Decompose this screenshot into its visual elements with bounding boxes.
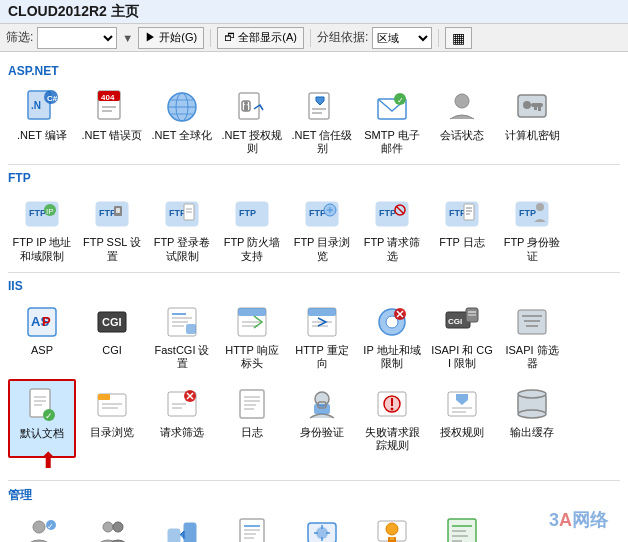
- icon-ftp-ssl: FTP: [92, 194, 132, 234]
- icon-ftp-req: FTP: [372, 194, 412, 234]
- icon-isapi-cgi: CGI: [442, 302, 482, 342]
- label-ftp-ssl: FTP SSL 设置: [81, 236, 143, 262]
- icon-req-filter: [162, 384, 202, 424]
- item-ftp-ip[interactable]: FTPIP FTP IP 地址和域限制: [8, 189, 76, 267]
- item-cgi[interactable]: CGI CGI: [78, 297, 146, 375]
- header-title: CLOUD2012R2 主页: [8, 3, 139, 21]
- label-smtp: SMTP 电子邮件: [361, 129, 423, 155]
- svg-rect-74: [186, 324, 196, 334]
- separator2: [310, 29, 311, 47]
- item-iis-mgr-rights[interactable]: ✓ IIS 管理器权限: [8, 508, 76, 543]
- item-ftp-ssl[interactable]: FTP FTP SSL 设置: [78, 189, 146, 267]
- label-session: 会话状态: [440, 129, 484, 142]
- item-req-filter[interactable]: 请求筛选: [148, 379, 216, 457]
- item-iis-mgr-users[interactable]: IIS 管理器用户: [78, 508, 146, 543]
- item-auth[interactable]: 身份验证: [288, 379, 356, 457]
- ftp-divider: [8, 164, 620, 165]
- icon-fastcgi: [162, 302, 202, 342]
- separator: [210, 29, 211, 47]
- item-ftp-dir[interactable]: FTP FTP 目录浏览: [288, 189, 356, 267]
- item-http-redir[interactable]: HTTP 重定向: [288, 297, 356, 375]
- item-fastcgi[interactable]: FastCGI 设置: [148, 297, 216, 375]
- item-smtp[interactable]: ✓ SMTP 电子邮件: [358, 82, 426, 160]
- svg-text:FTP: FTP: [309, 208, 326, 218]
- label-ftp-req: FTP 请求筛选: [361, 236, 423, 262]
- item-shared-config[interactable]: 共享的配置: [218, 508, 286, 543]
- group-label: 分组依据:: [317, 29, 368, 46]
- icon-auth: [302, 384, 342, 424]
- svg-text:FTP: FTP: [379, 208, 396, 218]
- item-mgr-service[interactable]: 管理服务: [288, 508, 356, 543]
- icon-output-cache: [512, 384, 552, 424]
- group-select[interactable]: 区域: [372, 27, 432, 49]
- item-ftp-login[interactable]: FTP FTP 登录卷试限制: [148, 189, 216, 267]
- item-config-editor[interactable]: 配置编辑器: [428, 508, 496, 543]
- icon-ftp-dir: FTP: [302, 194, 342, 234]
- label-asp: ASP: [31, 344, 53, 357]
- separator3: [438, 29, 439, 47]
- item-default-doc[interactable]: ✓ 默认文档 ⬆: [8, 379, 76, 457]
- svg-rect-30: [534, 107, 537, 110]
- icon-iis-mgr-users: [92, 513, 132, 543]
- item-net-global[interactable]: .NET 全球化: [148, 82, 216, 160]
- item-net-trust[interactable]: .NET 信任级别: [288, 82, 356, 160]
- item-machine-key[interactable]: 计算机密钥: [498, 82, 566, 160]
- label-auth: 身份验证: [300, 426, 344, 439]
- iis-divider: [8, 272, 620, 273]
- svg-rect-137: [168, 529, 180, 543]
- svg-text:P: P: [42, 314, 51, 329]
- svg-rect-119: [314, 404, 330, 414]
- icon-asp: ASP: [22, 302, 62, 342]
- svg-rect-18: [244, 105, 248, 111]
- svg-rect-38: [116, 208, 120, 213]
- svg-point-27: [523, 101, 531, 109]
- item-net-error[interactable]: 404 .NET 错误页: [78, 82, 146, 160]
- svg-text:CGI: CGI: [448, 317, 462, 326]
- svg-rect-113: [240, 390, 264, 418]
- show-all-button[interactable]: 🗗 全部显示(A): [217, 27, 304, 49]
- item-cert[interactable]: 集中式证书: [358, 508, 426, 543]
- label-isapi-cgi: ISAPI 和 CGI 限制: [431, 344, 493, 370]
- item-net-auth[interactable]: .NET 授权规则: [218, 82, 286, 160]
- item-ftp-fw[interactable]: FTP FTP 防火墙支持: [218, 189, 286, 267]
- item-ip-domain[interactable]: IP 地址和域限制: [358, 297, 426, 375]
- label-ftp-login: FTP 登录卷试限制: [151, 236, 213, 262]
- svg-rect-57: [464, 204, 474, 220]
- item-dir-browse[interactable]: 目录浏览: [78, 379, 146, 457]
- icon-session: [442, 87, 482, 127]
- icon-dir-browse: [92, 384, 132, 424]
- item-output-cache[interactable]: 输出缓存: [498, 379, 566, 457]
- filter-select[interactable]: [37, 27, 117, 49]
- item-fail-req[interactable]: 失败请求跟踪规则: [358, 379, 426, 457]
- svg-text:FTP: FTP: [449, 208, 466, 218]
- filter-label: 筛选:: [6, 29, 33, 46]
- item-ftp-log[interactable]: FTP FTP 日志: [428, 189, 496, 267]
- item-ftp-req[interactable]: FTP FTP 请求筛选: [358, 189, 426, 267]
- label-log: 日志: [241, 426, 263, 439]
- item-ftp-auth[interactable]: FTP FTP 身份验证: [498, 189, 566, 267]
- item-http-resp[interactable]: HTTP 响应标头: [218, 297, 286, 375]
- item-isapi-cgi[interactable]: CGI ISAPI 和 CGI 限制: [428, 297, 496, 375]
- svg-text:FTP: FTP: [519, 208, 536, 218]
- item-log[interactable]: 日志: [218, 379, 286, 457]
- svg-rect-29: [538, 107, 541, 111]
- label-default-doc: 默认文档: [20, 427, 64, 440]
- item-session[interactable]: 会话状态: [428, 82, 496, 160]
- label-auth-rules: 授权规则: [440, 426, 484, 439]
- svg-text:404: 404: [101, 93, 115, 102]
- iis-grid: ASP ASP CGI CGI FastCGI 设置 HTTP 响应标头: [8, 297, 620, 375]
- item-asp[interactable]: ASP ASP: [8, 297, 76, 375]
- icon-cgi: CGI: [92, 302, 132, 342]
- toolbar: 筛选: ▼ ▶ 开始(G) 🗗 全部显示(A) 分组依据: 区域 ▦: [0, 24, 628, 52]
- manage-grid: ✓ IIS 管理器权限 IIS 管理器用户 功能委派 共享的配置: [8, 508, 620, 543]
- item-net-editor[interactable]: .NC# .NET 编译: [8, 82, 76, 160]
- item-auth-rules[interactable]: 授权规则: [428, 379, 496, 457]
- item-feature-delegate[interactable]: 功能委派: [148, 508, 216, 543]
- svg-text:.N: .N: [31, 100, 41, 111]
- icon-view-button[interactable]: ▦: [445, 27, 472, 49]
- item-isapi-filter[interactable]: ISAPI 筛选器: [498, 297, 566, 375]
- ftp-grid: FTPIP FTP IP 地址和域限制 FTP FTP SSL 设置 FTP F…: [8, 189, 620, 267]
- start-button[interactable]: ▶ 开始(G): [138, 27, 204, 49]
- label-ftp-auth: FTP 身份验证: [501, 236, 563, 262]
- icon-config-editor: [442, 513, 482, 543]
